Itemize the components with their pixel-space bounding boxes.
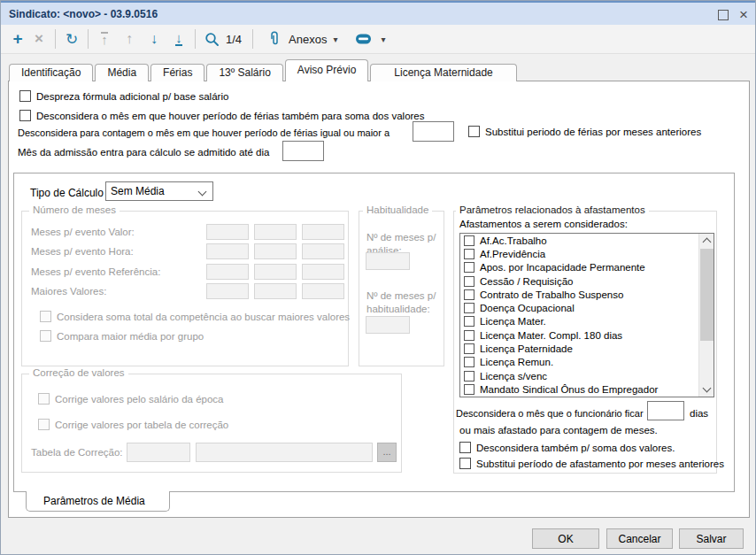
checkbox-box[interactable]	[464, 303, 474, 313]
group-title: Habitualidade	[363, 204, 432, 215]
label-tabela-correcao: Tabela de Correção:	[31, 447, 123, 459]
anexos-button-label[interactable]: Anexos	[289, 33, 327, 46]
tab-13-salario[interactable]: 13º Salário	[206, 64, 282, 81]
group-title: Número de meses	[29, 204, 120, 215]
vertical-scrollbar[interactable]	[698, 234, 714, 397]
group-title: Parâmetros relacionados à afastamentos	[456, 204, 649, 215]
paperclip-icon[interactable]	[265, 28, 284, 50]
checkbox-label: Desconsidera também p/ soma dos valores.	[476, 443, 675, 453]
checkbox-box[interactable]	[464, 262, 474, 273]
close-icon[interactable]: ×	[739, 11, 748, 19]
list-item[interactable]: Af.Ac.Trabalho	[460, 234, 698, 247]
next-record-icon[interactable]: ↓	[144, 28, 164, 50]
checkbox-box[interactable]	[459, 442, 471, 453]
maximize-icon[interactable]	[718, 10, 729, 20]
group-correcao-valores: Correção de valores Corrige valores pelo…	[21, 374, 402, 473]
save-button[interactable]: Salvar	[679, 528, 744, 549]
dialog-window: Sindicato: <novo> - 03.9.0516 × + × ↻ ↑ …	[0, 0, 756, 555]
checkbox-box[interactable]	[464, 343, 474, 354]
list-item[interactable]: Licença Paternidade	[460, 342, 698, 355]
list-item-label: Doença Ocupacional	[480, 303, 575, 313]
checkbox-considera-soma-total: Considera soma total da competência ao b…	[40, 311, 350, 322]
list-item[interactable]: Apos. por Incapacidade Permanente	[460, 261, 698, 274]
anexos-dropdown-icon[interactable]: ▾	[333, 35, 337, 44]
refresh-icon[interactable]: ↻	[62, 28, 81, 50]
add-icon[interactable]: +	[8, 28, 27, 50]
list-item[interactable]: Contrato de Trabalho Suspenso	[460, 288, 698, 301]
scroll-up-icon[interactable]	[699, 234, 714, 248]
checkbox-desconsidera-soma[interactable]: Desconsidera o mês em que houver período…	[19, 110, 425, 121]
checkbox-label: Despreza fórmula adicional p/ base salár…	[36, 91, 228, 102]
input-meses-referencia-1	[206, 264, 249, 280]
tab-identificacao[interactable]: Identificação	[9, 64, 93, 81]
checkbox-label: Substitui período de afastamento por mes…	[476, 459, 724, 469]
input-tabela-descricao	[196, 443, 373, 462]
input-maiores-valores-3	[302, 283, 344, 299]
input-maiores-valores-1	[206, 283, 249, 299]
checkbox-box[interactable]	[464, 384, 474, 395]
checkbox-label: Compara maior média por grupo	[57, 331, 204, 342]
input-tabela-codigo	[127, 443, 190, 462]
checkbox-box[interactable]	[464, 330, 474, 341]
checkbox-despreza-formula[interactable]: Despreza fórmula adicional p/ base salár…	[19, 90, 228, 102]
window-title: Sindicato: <novo> - 03.9.0516	[1, 8, 158, 20]
label-meses-referencia: Meses p/ evento Referência:	[31, 266, 160, 278]
afastamentos-listbox: Af.Ac.Trabalho Af.Previdência Apos. por …	[459, 233, 714, 397]
list-item[interactable]: Licença Remun.	[460, 356, 698, 369]
checkbox-box[interactable]	[459, 458, 471, 469]
checkbox-substitui-afastamento[interactable]: Substitui período de afastamento por mes…	[459, 458, 724, 469]
browse-button: ...	[377, 443, 397, 462]
tab-media[interactable]: Média	[95, 64, 149, 81]
parametros-media-frame: Tipo de Cálculo Sem Média Número de mese…	[13, 173, 735, 492]
checkbox-box[interactable]	[464, 371, 474, 382]
list-item[interactable]: Licença Mater. Compl. 180 dias	[460, 328, 698, 342]
checkbox-box	[38, 393, 50, 405]
scroll-down-icon[interactable]	[699, 382, 714, 397]
checkbox-substitui-ferias[interactable]: Substitui periodo de férias por meses an…	[468, 126, 701, 137]
search-icon[interactable]	[202, 28, 221, 50]
cancel-button[interactable]: Cancelar	[606, 528, 673, 549]
input-maiores-valores-2	[254, 283, 297, 299]
toolbar-separator	[88, 29, 89, 49]
list-item[interactable]: Licença Mater.	[460, 315, 698, 328]
input-ferias-dias[interactable]	[413, 121, 454, 142]
delete-icon: ×	[29, 28, 49, 50]
checkbox-box[interactable]	[464, 357, 474, 367]
list-item-label: Licença Mater. Compl. 180 dias	[480, 330, 622, 341]
tab-licenca-maternidade[interactable]: Licença Maternidade	[370, 64, 516, 81]
toolbar: + × ↻ ↑ ↑ ↓ ↓ 1/4 Anexos ▾ ▾	[1, 25, 755, 54]
label-meses-valor: Meses p/ evento Valor:	[31, 227, 135, 238]
label-dias-unit: dias	[690, 408, 708, 420]
label-maiores-valores: Maiores Valores:	[31, 286, 106, 297]
scrollbar-thumb[interactable]	[700, 249, 714, 341]
list-item-label: Af.Ac.Trabalho	[480, 235, 547, 246]
tab-parametros-de-media[interactable]: Parâmetros de Média	[26, 491, 170, 512]
checkbox-corrige-salario-epoca: Corrige valores pelo salário da época	[38, 393, 224, 405]
tipo-calculo-combobox[interactable]: Sem Média	[105, 181, 213, 201]
ok-button[interactable]: OK	[532, 528, 599, 549]
printer-dropdown-icon[interactable]: ▾	[381, 35, 385, 44]
checkbox-desconsidera-soma-valores[interactable]: Desconsidera também p/ soma dos valores.	[459, 442, 675, 453]
input-meses-hora-3	[302, 243, 344, 259]
checkbox-box[interactable]	[464, 276, 474, 287]
checkbox-box[interactable]	[464, 289, 474, 300]
printer-icon[interactable]	[353, 28, 373, 50]
list-item[interactable]: Cessão / Requisição	[460, 274, 698, 288]
input-admissao-dia[interactable]	[282, 141, 324, 161]
checkbox-box[interactable]	[19, 110, 31, 121]
input-afastamento-dias[interactable]	[647, 401, 684, 420]
checkbox-box[interactable]	[19, 90, 31, 102]
list-item[interactable]: Af.Previdência	[460, 247, 698, 260]
list-item[interactable]: Licença s/venc	[460, 369, 698, 382]
group-habitualidade: Habitualidade Nº de meses p/ análise: Nº…	[359, 211, 444, 366]
checkbox-box[interactable]	[468, 126, 480, 137]
list-item[interactable]: Mandato Sindical Ônus do Empregador	[460, 382, 698, 396]
list-item[interactable]: Doença Ocupacional	[460, 301, 698, 314]
checkbox-box[interactable]	[464, 316, 474, 327]
checkbox-box[interactable]	[464, 235, 474, 246]
tab-aviso-previo[interactable]: Aviso Prévio	[285, 59, 368, 81]
last-record-icon[interactable]: ↓	[169, 28, 189, 50]
checkbox-box[interactable]	[464, 249, 474, 259]
combobox-value: Sem Média	[111, 185, 165, 197]
tab-ferias[interactable]: Férias	[150, 64, 204, 81]
